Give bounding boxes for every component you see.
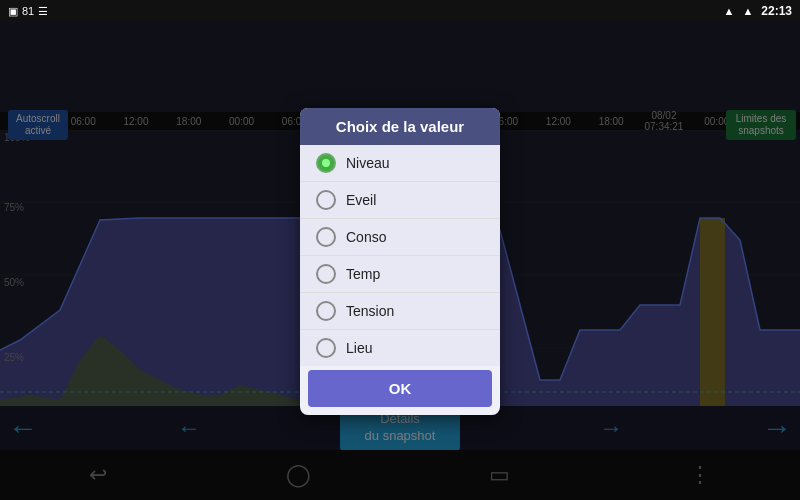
signal-icon: ▲ — [742, 5, 753, 17]
clock: 22:13 — [761, 4, 792, 18]
battery-indicator: ▣ — [8, 5, 18, 18]
option-conso-label: Conso — [346, 229, 386, 245]
radio-tension[interactable] — [316, 301, 336, 321]
radio-temp[interactable] — [316, 264, 336, 284]
option-temp[interactable]: Temp — [300, 256, 500, 293]
status-right: ▲ ▲ 22:13 — [724, 4, 792, 18]
ok-button[interactable]: OK — [308, 370, 492, 407]
radio-niveau[interactable] — [316, 153, 336, 173]
radio-conso[interactable] — [316, 227, 336, 247]
option-temp-label: Temp — [346, 266, 380, 282]
option-niveau-label: Niveau — [346, 155, 390, 171]
option-niveau[interactable]: Niveau — [300, 145, 500, 182]
option-eveil[interactable]: Eveil — [300, 182, 500, 219]
option-lieu-label: Lieu — [346, 340, 372, 356]
option-tension[interactable]: Tension — [300, 293, 500, 330]
radio-lieu[interactable] — [316, 338, 336, 358]
dialog-overlay: Choix de la valeur Niveau Eveil Conso Te… — [0, 22, 800, 500]
option-eveil-label: Eveil — [346, 192, 376, 208]
wifi-icon: ▲ — [724, 5, 735, 17]
dialog-title: Choix de la valeur — [300, 108, 500, 145]
status-left: ▣ 81 ☰ — [8, 5, 48, 18]
option-tension-label: Tension — [346, 303, 394, 319]
status-bar: ▣ 81 ☰ ▲ ▲ 22:13 — [0, 0, 800, 22]
radio-eveil[interactable] — [316, 190, 336, 210]
sim-icon: ☰ — [38, 5, 48, 18]
option-conso[interactable]: Conso — [300, 219, 500, 256]
notification-81: 81 — [22, 5, 34, 17]
option-lieu[interactable]: Lieu — [300, 330, 500, 366]
dialog: Choix de la valeur Niveau Eveil Conso Te… — [300, 108, 500, 415]
